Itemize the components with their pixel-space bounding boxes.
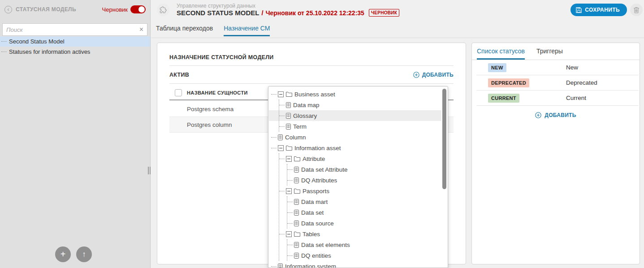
add-model-button[interactable]: +: [55, 246, 71, 262]
clear-search-icon[interactable]: ×: [139, 26, 143, 33]
document-icon: [286, 124, 291, 130]
scroll-top-button[interactable]: ↑: [76, 246, 92, 262]
tree-item-label: DQ Attributes: [301, 177, 337, 184]
tab-status-list[interactable]: Список статусов: [477, 48, 525, 60]
tree-stub-icon: [1, 41, 7, 42]
tab-triggers[interactable]: Триггеры: [536, 48, 563, 60]
draft-badge: ЧЕРНОВИК: [369, 9, 399, 17]
tree-item-label: Passports: [303, 188, 329, 195]
divider: [169, 65, 454, 66]
tree-item-label: DQ entities: [301, 252, 331, 259]
breadcrumb: Управление структурой данных: [177, 3, 255, 9]
topbar: Управление структурой данных SECOND STAT…: [151, 0, 644, 38]
save-icon: [576, 7, 582, 13]
status-panel-tabs: Список статусов Триггеры: [472, 43, 640, 60]
tree-item-label: Data set: [301, 209, 324, 216]
folder-icon: [294, 231, 300, 237]
entity-name-column-header: НАЗВАНИЕ СУЩНОСТИ: [187, 90, 248, 95]
tab-assignment[interactable]: Назначение СМ: [224, 25, 270, 36]
tree-item-label: Data set elements: [301, 242, 350, 248]
tree-item-leaf[interactable]: Data set elements: [287, 239, 448, 250]
list-item-statuses-for-information-actives[interactable]: Statuses for information actives: [0, 47, 150, 57]
back-icon[interactable]: ‹: [4, 6, 12, 13]
tree-stub-icon: [1, 52, 7, 52]
document-icon: [294, 167, 299, 173]
collapse-icon[interactable]: [286, 156, 292, 162]
tree-item-leaf[interactable]: Data set Attribute: [287, 164, 448, 175]
title-separator: /: [261, 9, 263, 17]
tree-item-leaf[interactable]: DQ Attributes: [287, 175, 448, 186]
asset-section-title: АКТИВ: [169, 72, 189, 78]
save-button[interactable]: СОХРАНИТЬ: [571, 4, 627, 16]
status-row[interactable]: NEW New: [476, 60, 639, 75]
tree-item-leaf[interactable]: Data mart: [287, 196, 448, 207]
tree-item-label: Business asset: [294, 91, 335, 98]
tree-item-leaf[interactable]: Term: [279, 121, 448, 132]
toggle-knob: [138, 6, 145, 13]
folder-icon: [294, 156, 300, 161]
divider: [169, 83, 454, 84]
add-asset-button[interactable]: ДОБАВИТЬ: [413, 72, 454, 78]
search-input[interactable]: [6, 26, 139, 33]
tree-item-leaf[interactable]: Data source: [287, 218, 448, 229]
list-item-second-status-model[interactable]: Second Status Model: [0, 36, 150, 47]
status-model-list: Second Status Model Statuses for informa…: [0, 36, 150, 57]
tree-item-label: Information asset: [294, 145, 341, 151]
tree-item-folder[interactable]: Attribute: [279, 153, 448, 164]
table-cell: Postgres schema: [187, 106, 233, 112]
tree-item-label: Data source: [301, 220, 334, 227]
tree-item-leaf[interactable]: Data map: [279, 99, 448, 110]
sidebar-title: СТАТУСНАЯ МОДЕЛЬ: [16, 6, 102, 13]
tree-item-leaf[interactable]: Information system: [271, 261, 448, 268]
list-item-label: Statuses for information actives: [9, 48, 90, 55]
tree-item-label: Column: [285, 134, 306, 141]
tree-item-leaf-highlighted[interactable]: Glossary: [279, 110, 448, 121]
select-all-checkbox[interactable]: [175, 89, 182, 96]
tree-item-folder[interactable]: Passports: [279, 186, 448, 196]
tree-item-leaf[interactable]: Data set: [287, 207, 448, 218]
document-icon: [286, 113, 291, 119]
draft-toggle[interactable]: [130, 5, 146, 13]
document-icon: [278, 264, 283, 268]
add-asset-label: ДОБАВИТЬ: [422, 72, 454, 78]
status-row[interactable]: CURRENT Current: [476, 91, 639, 106]
status-badge: NEW: [488, 63, 506, 72]
tree-item-leaf[interactable]: Column: [271, 132, 448, 143]
tree-item-folder[interactable]: Tables: [279, 229, 448, 239]
tree-item-folder[interactable]: Information asset: [271, 143, 448, 153]
folder-icon: [294, 188, 300, 194]
add-status-button[interactable]: ДОБАВИТЬ: [535, 112, 576, 118]
trash-icon: [633, 7, 640, 13]
list-item-label: Second Status Model: [9, 38, 65, 45]
tree-item-label: Glossary: [293, 112, 317, 119]
tree-item-label: Data map: [293, 102, 320, 108]
main-tabs: Таблица переходов Назначение СМ: [156, 25, 270, 36]
document-icon: [294, 210, 299, 216]
collapse-icon[interactable]: [278, 145, 284, 151]
plus-circle-icon: [535, 112, 541, 118]
draft-version-label: Черновик от 25.10.2022 12:22:35: [266, 9, 364, 17]
collapse-icon[interactable]: [286, 188, 292, 194]
sidebar-resize-handle[interactable]: [148, 167, 151, 174]
tree-item-folder[interactable]: Business asset: [271, 89, 448, 99]
status-row[interactable]: DEPRECATED Deprecated: [476, 75, 639, 91]
tab-transition-table[interactable]: Таблица переходов: [156, 25, 213, 36]
collapse-icon[interactable]: [286, 231, 292, 237]
document-icon: [278, 134, 283, 140]
collapse-icon[interactable]: [278, 91, 284, 97]
status-name: Deprecated: [566, 79, 597, 86]
assignment-panel-title: НАЗНАЧЕНИЕ СТАТУСНОЙ МОДЕЛИ: [169, 54, 274, 61]
dropdown-scrollbar[interactable]: [442, 89, 446, 189]
table-cell: Postgres column: [187, 121, 232, 128]
document-icon: [294, 242, 299, 248]
document-icon: [294, 220, 299, 226]
status-panel: Список статусов Триггеры NEW New DEPRECA…: [471, 43, 640, 264]
puzzle-icon: [157, 4, 169, 16]
plus-circle-icon: [413, 72, 419, 78]
delete-button[interactable]: [630, 4, 643, 16]
status-badge: CURRENT: [488, 94, 519, 103]
page-title: SECOND STATUS MODEL: [177, 9, 259, 17]
status-badge: DEPRECATED: [488, 78, 529, 87]
tree-item-leaf[interactable]: DQ entities: [287, 250, 448, 261]
entity-tree: Business asset Data map Glossary: [268, 86, 448, 268]
